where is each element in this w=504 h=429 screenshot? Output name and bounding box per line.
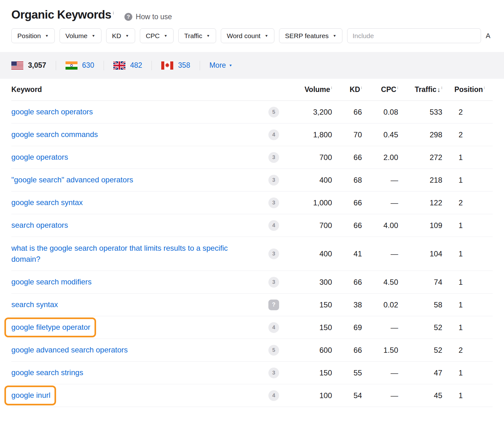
title-info-icon[interactable]: i (113, 10, 114, 15)
traffic-value: 122 (398, 198, 442, 207)
filter-traffic-button[interactable]: Traffic▼ (178, 28, 216, 43)
filter-word-count-button[interactable]: Word count▼ (221, 28, 274, 43)
kd-value: 55 (332, 369, 362, 377)
keyword-link[interactable]: search syntax (11, 300, 58, 309)
position-value: 1 (442, 153, 493, 162)
volume-value: 1,000 (285, 198, 332, 207)
keyword-link[interactable]: what is the google search operator that … (11, 244, 228, 263)
include-input[interactable] (347, 28, 481, 43)
column-header-volume[interactable]: Volumei (285, 85, 332, 94)
cpc-value: 0.08 (362, 108, 398, 117)
cpc-value: 4.50 (362, 278, 398, 287)
serp-features-badge[interactable]: 4 (268, 322, 279, 333)
column-header-kd[interactable]: KDi (332, 85, 362, 94)
cpc-value: 1.50 (362, 346, 398, 355)
how-to-use-label: How to use (136, 13, 172, 21)
volume-value: 1,800 (285, 130, 332, 139)
serp-features-badge[interactable]: 3 (268, 175, 279, 186)
info-icon: i (484, 85, 485, 90)
filter-position-button[interactable]: Position▼ (11, 28, 55, 43)
position-value: 2 (442, 346, 493, 355)
serp-features-badge[interactable]: 3 (268, 277, 279, 288)
help-icon: ? (124, 13, 132, 21)
canada-flag-icon (161, 61, 173, 70)
keyword-link[interactable]: google search modifiers (11, 277, 92, 286)
position-value: 1 (442, 369, 493, 377)
serp-features-badge[interactable]: 4 (268, 220, 279, 231)
keyword-link[interactable]: google search commands (11, 130, 98, 139)
table-row: google filetype operator 4 150 69 — 52 1 (11, 316, 493, 339)
column-header-position[interactable]: Positioni (442, 85, 493, 94)
keyword-link[interactable]: google search operators (11, 107, 93, 116)
cpc-value: — (362, 323, 398, 332)
table-row: google advanced search operators 5 600 6… (11, 339, 493, 362)
keyword-link[interactable]: google advanced search operators (11, 346, 128, 354)
position-value: 1 (442, 300, 493, 309)
filter-toolbar: Position▼ Volume▼ KD▼ CPC▼ Traffic▼ Word… (0, 23, 504, 49)
serp-features-badge[interactable]: 4 (268, 390, 279, 401)
position-value: 2 (442, 130, 493, 139)
country-count: 358 (178, 61, 190, 70)
position-value: 1 (442, 176, 493, 185)
filter-serp-features-button[interactable]: SERP features▼ (279, 28, 342, 43)
cpc-value: — (362, 369, 398, 377)
cpc-value: — (362, 391, 398, 400)
serp-features-badge[interactable]: 3 (268, 152, 279, 163)
column-header-traffic[interactable]: Traffic↓i (398, 85, 442, 94)
filter-cpc-button[interactable]: CPC▼ (140, 28, 174, 43)
serp-question-badge[interactable]: ? (268, 300, 279, 310)
serp-features-badge[interactable]: 4 (268, 129, 279, 140)
position-value: 1 (442, 391, 493, 400)
position-value: 1 (442, 278, 493, 287)
table-row: search syntax ? 150 38 0.02 58 1 (11, 294, 493, 316)
cpc-value: 0.02 (362, 300, 398, 309)
country-tab-uk[interactable]: 482 (104, 61, 152, 70)
how-to-use-link[interactable]: ? How to use (124, 13, 172, 21)
traffic-value: 45 (398, 391, 442, 400)
page-title: Organic Keywordsi (11, 8, 114, 21)
us-flag-icon (11, 61, 23, 70)
volume-value: 400 (285, 176, 332, 185)
keyword-link[interactable]: google inurl (11, 391, 50, 399)
table-row: google search commands 4 1,800 70 0.45 2… (11, 123, 493, 146)
uk-flag-icon (113, 61, 125, 70)
traffic-value: 104 (398, 249, 442, 258)
traffic-value: 109 (398, 221, 442, 230)
kd-value: 66 (332, 153, 362, 162)
country-tab-canada[interactable]: 358 (152, 61, 199, 70)
filter-volume-button[interactable]: Volume▼ (60, 28, 101, 43)
volume-value: 150 (285, 300, 332, 309)
cutoff-control[interactable]: A (486, 32, 493, 40)
keyword-link[interactable]: google search strings (11, 368, 83, 377)
page-header: Organic Keywordsi ? How to use (0, 0, 504, 23)
serp-features-badge[interactable]: 3 (268, 368, 279, 378)
volume-value: 3,200 (285, 108, 332, 117)
kd-value: 66 (332, 221, 362, 230)
kd-value: 41 (332, 249, 362, 258)
country-count: 630 (82, 61, 94, 70)
country-tab-us[interactable]: 3,057 (11, 61, 56, 70)
cpc-value: 4.00 (362, 221, 398, 230)
country-tab-india[interactable]: 630 (56, 61, 104, 70)
traffic-value: 272 (398, 153, 442, 162)
filter-kd-button[interactable]: KD▼ (106, 28, 135, 43)
country-count: 3,057 (28, 61, 46, 70)
keyword-link[interactable]: google operators (11, 153, 68, 161)
table-row: google search operators 5 3,200 66 0.08 … (11, 101, 493, 123)
serp-features-badge[interactable]: 5 (268, 107, 279, 117)
traffic-value: 533 (398, 108, 442, 117)
kd-value: 66 (332, 278, 362, 287)
table-header-row: Keyword Volumei KDi CPCi Traffic↓i Posit… (11, 79, 493, 101)
keyword-link[interactable]: google filetype operator (11, 323, 90, 331)
keyword-link[interactable]: search operators (11, 221, 68, 229)
column-header-keyword[interactable]: Keyword (11, 85, 263, 94)
traffic-value: 47 (398, 369, 442, 377)
column-header-cpc[interactable]: CPCi (362, 85, 398, 94)
keyword-link[interactable]: google search syntax (11, 198, 83, 207)
serp-features-badge[interactable]: 5 (268, 345, 279, 356)
serp-features-badge[interactable]: 3 (268, 197, 279, 208)
keyword-link[interactable]: "google search" advanced operators (11, 175, 133, 184)
volume-value: 700 (285, 153, 332, 162)
more-countries-button[interactable]: More▼ (200, 61, 232, 70)
serp-features-badge[interactable]: 3 (268, 249, 279, 259)
